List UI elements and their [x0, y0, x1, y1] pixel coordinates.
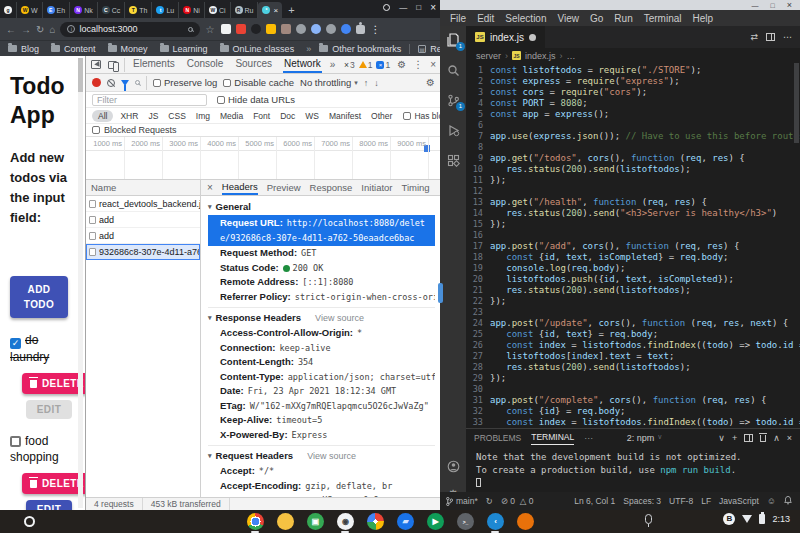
status-item[interactable]: Ln 6, Col 1 — [574, 496, 615, 506]
git-branch[interactable]: main* — [446, 496, 478, 506]
record-network-icon[interactable] — [92, 78, 101, 87]
preserve-log-checkbox[interactable]: Preserve log — [153, 77, 217, 88]
devtools-tab-console[interactable]: Console — [186, 56, 225, 73]
shelf-app-messages[interactable]: ▣ — [307, 513, 324, 530]
devtools-menu-icon[interactable]: ⋮ — [413, 59, 423, 70]
network-timeline[interactable]: 1000 ms2000 ms3000 ms4000 ms5000 ms6000 … — [86, 137, 441, 180]
shelf-app-chrome[interactable] — [247, 513, 264, 530]
code-line[interactable]: 6 — [466, 120, 800, 131]
filter-chip-doc[interactable]: Doc — [277, 110, 298, 122]
browser-tab[interactable]: tLu — [152, 2, 179, 18]
ext-red-icon[interactable] — [236, 24, 246, 34]
ext-notes-icon[interactable] — [281, 24, 291, 34]
devtools-tab-network[interactable]: Network — [283, 56, 322, 73]
info-badge[interactable]: ×1 — [376, 60, 390, 70]
search-icon[interactable] — [188, 27, 193, 32]
terminal-output[interactable]: Note that the development build is not o… — [466, 447, 800, 490]
page-scrollbar-thumb[interactable] — [78, 58, 83, 92]
browser-tab[interactable]: CCc — [98, 2, 126, 18]
checkbox-icon[interactable] — [153, 79, 161, 87]
detail-tab-initiator[interactable]: Initiator — [361, 181, 392, 194]
shelf-app-firefox[interactable] — [517, 513, 534, 530]
menu-file[interactable]: File — [450, 13, 466, 24]
new-tab-button[interactable]: + — [282, 2, 300, 18]
shelf-app-contacts[interactable]: ◉ — [337, 513, 354, 530]
code-line[interactable]: 19 console.log(req.body); — [466, 263, 800, 274]
code-line[interactable]: 16 — [466, 230, 800, 241]
export-har-icon[interactable]: ↓ — [374, 78, 379, 88]
filter-funnel-icon[interactable] — [121, 80, 129, 86]
ext-gray-icon[interactable] — [326, 24, 336, 34]
collapse-arrow-icon[interactable]: ▾ — [208, 310, 212, 326]
address-url[interactable]: localhost:3000 — [79, 24, 137, 34]
split-terminal-icon[interactable] — [744, 434, 753, 442]
tab-close-icon[interactable]: × — [273, 6, 278, 15]
code-line[interactable]: 21 res.status(200).send(listoftodos); — [466, 285, 800, 296]
open-changes-icon[interactable]: ⇄ — [750, 32, 758, 42]
explorer-icon[interactable]: 1 — [445, 32, 461, 48]
checkbox-checked-icon[interactable]: ✓ — [10, 338, 21, 349]
browser-menu-icon[interactable]: ⋮ — [370, 24, 380, 35]
code-line[interactable]: 8 — [466, 142, 800, 153]
filter-chip-font[interactable]: Font — [250, 110, 273, 122]
checkbox-icon[interactable] — [223, 79, 231, 87]
code-line[interactable]: 10 res.status(200).send(listoftodos); — [466, 164, 800, 175]
code-line[interactable]: 4const PORT = 8080; — [466, 98, 800, 109]
checkbox-icon[interactable] — [217, 96, 225, 104]
devtools-settings-gear-icon[interactable]: ⚙ — [397, 59, 406, 70]
request-row[interactable]: react_devtools_backend.js — [86, 196, 200, 212]
shelf-app-vscode[interactable]: ‹ — [487, 513, 504, 530]
terminal-dropdown-icon[interactable]: ∨ — [718, 433, 725, 443]
bookmark-folder[interactable]: Learning — [160, 44, 208, 54]
warn-badge[interactable]: 1 — [359, 60, 373, 70]
code-line[interactable]: 22}); — [466, 296, 800, 307]
split-editor-icon[interactable] — [766, 33, 775, 41]
editor-more-icon[interactable]: ⋯ — [783, 32, 792, 42]
status-item[interactable]: UTF-8 — [669, 496, 693, 506]
filter-chip-all[interactable]: All — [92, 110, 113, 122]
back-icon[interactable]: ← — [6, 24, 16, 35]
filter-chip-css[interactable]: CSS — [165, 110, 188, 122]
ext-dark-icon[interactable] — [251, 24, 261, 34]
edit-button[interactable]: EDIT — [26, 500, 72, 510]
collapse-arrow-icon[interactable]: ▾ — [208, 199, 212, 215]
headers-section-title[interactable]: ▾Response HeadersView source — [208, 307, 435, 326]
code-line[interactable]: 9app.get("/todos", cors(), function (req… — [466, 153, 800, 164]
menu-edit[interactable]: Edit — [477, 13, 494, 24]
filter-chip-img[interactable]: Img — [193, 110, 213, 122]
devtools-close-icon[interactable]: × — [430, 59, 436, 70]
window-split-handle[interactable] — [438, 283, 443, 303]
browser-tab[interactable]: RRu — [231, 2, 259, 18]
tab-index-js[interactable]: JS index.js — [466, 26, 545, 48]
detail-tab-preview[interactable]: Preview — [267, 181, 301, 194]
tab-problems[interactable]: PROBLEMS — [474, 433, 521, 443]
code-line[interactable]: 3const cors = require("cors"); — [466, 87, 800, 98]
status-item[interactable]: LF — [701, 496, 711, 506]
menu-run[interactable]: Run — [614, 13, 632, 24]
filter-chip-manifest[interactable]: Manifest — [326, 110, 364, 122]
delete-button[interactable]: DELETE — [22, 373, 85, 394]
filter-chip-media[interactable]: Media — [217, 110, 246, 122]
shelf-app-files[interactable]: ▰ — [397, 513, 414, 530]
notifications-bell-icon[interactable] — [784, 496, 792, 507]
address-bar[interactable]: i localhost:3000 — [60, 22, 200, 37]
error-badge[interactable]: ×3 — [344, 60, 355, 70]
code-line[interactable]: 32 const {id} = req.body; — [466, 406, 800, 417]
sync-icon[interactable]: ↻ — [486, 496, 493, 506]
code-line[interactable]: 31app.post("/complete", cors(), function… — [466, 395, 800, 406]
filter-chip-other[interactable]: Other — [368, 110, 395, 122]
code-line[interactable]: 18 const {id, text, isCompleted} = req.b… — [466, 252, 800, 263]
menu-terminal[interactable]: Terminal — [644, 13, 682, 24]
menu-selection[interactable]: Selection — [505, 13, 546, 24]
code-line[interactable]: 11}); — [466, 175, 800, 186]
shelf-app-play-store[interactable]: ▶ — [427, 513, 444, 530]
request-row[interactable]: add — [86, 212, 200, 228]
devtools-tab-sources[interactable]: Sources — [234, 56, 273, 73]
close-detail-icon[interactable]: × — [207, 182, 213, 193]
request-row[interactable]: 932686c8-307e-4d11-a762-50... — [86, 244, 200, 260]
browser-tab[interactable]: EEh — [43, 2, 71, 18]
ext-drive-icon[interactable] — [266, 24, 276, 34]
search-network-icon[interactable] — [135, 80, 140, 85]
page-scrollbar[interactable] — [78, 58, 83, 508]
launcher-button[interactable] — [24, 516, 35, 527]
